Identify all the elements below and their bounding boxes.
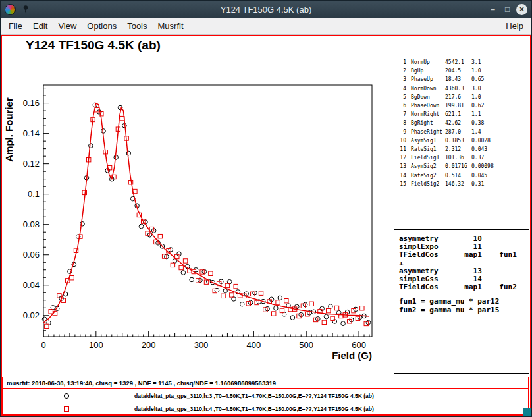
legend-label: data/deltat_pta_gps_3110,h:4 ,T0=4.50K,T… [134,403,374,416]
svg-text:0.02: 0.02 [23,310,40,320]
svg-text:0.14: 0.14 [23,128,40,138]
maximize-button[interactable]: □ [502,4,513,15]
fit-stats-pad: musrfit: 2018-06-30, 13:19:40, chisq = 1… [2,377,529,389]
theory-lines: asymmetry 10 simplExpo 11 TFieldCos map1… [399,235,529,291]
title-bar[interactable]: Y124 TF150G 4.5K (ab) – □ × [1,1,531,18]
menu-item-musrfit[interactable]: Musrfit [153,19,189,33]
app-icon [5,4,16,15]
svg-text:0.04: 0.04 [23,280,40,290]
fit-stats-line: musrfit: 2018-06-30, 13:19:40, chisq = 1… [3,379,276,387]
param-row: 2BgUp204.51.0 [397,67,529,75]
param-row: 12FieldSig1101.360.37 [397,153,529,162]
menubar-items: FileEditViewOptionsToolsMusrfit [3,19,189,33]
svg-text:0.06: 0.06 [23,250,40,260]
svg-text:0: 0 [41,340,45,350]
menu-bar: FileEditViewOptionsToolsMusrfit Help [1,18,531,35]
square-marker-icon [62,404,71,414]
svg-text:600: 600 [352,340,366,350]
svg-text:Ampl. Fourier: Ampl. Fourier [3,97,14,162]
param-row: 6PhaseDown199.810.62 [397,101,529,110]
theory-box: asymmetry 10 simplExpo 11 TFieldCos map1… [394,229,529,374]
svg-text:Field (G): Field (G) [332,350,372,361]
svg-text:0.08: 0.08 [23,219,40,229]
menu-item-view[interactable]: View [53,19,82,33]
svg-text:0.12: 0.12 [23,159,40,169]
legend-entry: data/deltat_pta_gps_3110,h:4 ,T0=4.50K,T… [3,403,528,416]
svg-text:200: 200 [142,340,156,350]
param-row: 9PhaseRight287.01.4 [397,128,529,136]
minimize-button[interactable]: – [487,4,498,15]
svg-text:300: 300 [194,340,209,350]
window-title: Y124 TF150G 4.5K (ab) [80,5,452,14]
app-window: Y124 TF150G 4.5K (ab) – □ × FileEditView… [0,0,532,417]
param-row: 15FieldSig2146.320.31 [397,180,529,188]
fit-parameter-box: 1NormUp4542.13.12BgUp204.51.03PhaseUp18.… [394,55,529,227]
menu-item-help[interactable]: Help [500,19,529,33]
menu-item-options[interactable]: Options [82,19,122,33]
resize-grip[interactable] [523,408,531,416]
param-row: 13AsymSig20.017160.00098 [397,162,529,171]
param-row: 14RateSig20.5140.045 [397,171,529,180]
svg-text:100: 100 [89,340,103,350]
param-row: 11RateSig12.3120.043 [397,145,529,153]
menu-item-tools[interactable]: Tools [122,19,152,33]
plot-svg[interactable]: 01002003004005006000.020.040.060.080.10.… [2,44,393,375]
theory-funs: fun1 = gamma_mu * par12 fun2 = gamma_mu … [399,298,529,314]
param-row: 5BgDown217.61.0 [397,93,529,101]
close-button[interactable]: × [516,4,527,15]
param-row: 10AsymSig10.18530.0028 [397,136,529,145]
svg-text:0.16: 0.16 [23,98,40,108]
param-row: 4NormDown4360.33.0 [397,84,529,93]
param-row: 7NormRight621.11.1 [397,110,529,119]
pin-icon[interactable] [22,5,30,14]
legend-entry: data/deltat_pta_gps_3110,h:3 ,T0=4.50K,T… [3,389,528,403]
svg-text:400: 400 [247,340,261,350]
legend-label: data/deltat_pta_gps_3110,h:3 ,T0=4.50K,T… [134,389,374,403]
param-row: 3PhaseUp18.430.65 [397,75,529,84]
param-row: 8BgRight42.620.38 [397,119,529,127]
param-row: 1NormUp4542.13.1 [397,58,529,67]
menu-item-edit[interactable]: Edit [28,19,53,33]
svg-text:500: 500 [299,340,313,350]
svg-text:0.1: 0.1 [28,189,40,199]
circle-marker-icon [62,391,71,401]
menu-item-file[interactable]: File [3,19,28,33]
root-canvas[interactable]: Y124 TF150G 4.5K (ab) 010020030040050060… [1,35,531,416]
legend-pad: data/deltat_pta_gps_3110,h:3 ,T0=4.50K,T… [2,389,529,415]
